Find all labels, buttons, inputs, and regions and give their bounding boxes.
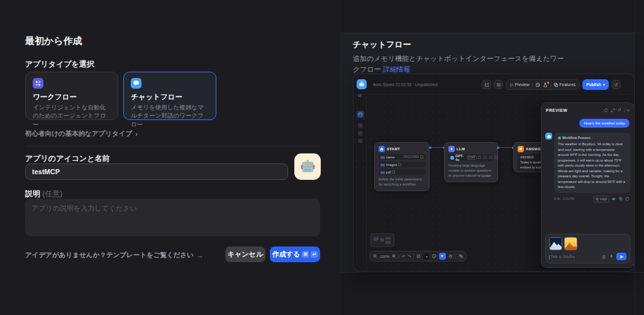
restrict-button[interactable]	[416, 254, 421, 258]
model-setting-icon	[495, 156, 498, 159]
start-node-icon	[379, 146, 385, 152]
organize-blocks-button[interactable]	[458, 254, 463, 258]
test-run-button[interactable]	[543, 82, 548, 87]
app-type-card-chatflow[interactable]: チャットフロー メモリを使用した複雑なマルチターン対話のワークフロー	[123, 72, 216, 120]
model-name: GPT-4o	[455, 154, 464, 162]
sidebar-blocks-button[interactable]	[357, 111, 364, 118]
redo-button[interactable]: ↷	[408, 254, 411, 258]
node-title: LLM	[457, 147, 465, 151]
expand-button[interactable]	[611, 108, 615, 113]
refresh-button[interactable]	[604, 108, 608, 113]
create-button[interactable]: 作成する ⌘ ↵	[270, 246, 320, 262]
divider	[25, 146, 320, 146]
required-badge: REQUIRED	[404, 155, 419, 158]
chevron-right-icon: ›	[592, 136, 593, 140]
description-label: 説明 (任意)	[25, 189, 62, 199]
logs-icon	[596, 197, 599, 201]
features-button[interactable]: Features	[553, 82, 576, 87]
preview-chat-panel: PREVIEW ↺ × How's the weather today	[541, 102, 635, 268]
emoji-button[interactable]: @	[602, 255, 606, 259]
zoom-out-button[interactable]	[373, 254, 377, 258]
start-field-name[interactable]: {x} name REQUIRED	[379, 154, 425, 160]
model-provider-icon	[450, 156, 454, 160]
zoom-level[interactable]: 100%	[380, 255, 389, 258]
canvas-toolbar: 100% ↶ ↷ +	[369, 251, 467, 262]
share-icon	[484, 82, 489, 87]
run-history-button[interactable]	[535, 82, 540, 87]
chatflow-card-description: メモリを使用した複雑なマルチターン対話のワークフロー	[131, 103, 209, 128]
chevron-down-icon: ▾	[603, 82, 605, 87]
sidebar-notes-button[interactable]	[357, 122, 364, 130]
app-description-input[interactable]	[25, 199, 320, 236]
app-type-card-workflow[interactable]: ワークフロー インテリジェントな自動化のためのエージェントフロー	[25, 72, 118, 120]
logs-button[interactable]: Logs	[593, 196, 609, 202]
sidebar-help-button[interactable]	[357, 137, 364, 145]
checklist-icon	[358, 131, 363, 136]
node-description: Define the initial parameters for launch…	[379, 177, 425, 187]
publish-button[interactable]: Publish ▾	[582, 79, 609, 90]
model-selector[interactable]: GPT-4o CHAT	[448, 154, 494, 161]
app-name-input[interactable]	[25, 163, 288, 180]
robot-icon	[358, 81, 365, 87]
cmd-key-icon: ⌘	[302, 251, 309, 258]
app-badge[interactable]	[357, 79, 367, 89]
node-description: Invoking large language models to answer…	[448, 163, 494, 179]
attached-image-thumbnail[interactable]	[564, 237, 577, 250]
pointer-tool-button[interactable]	[439, 253, 446, 260]
preview-header: PREVIEW ↺ ×	[541, 103, 634, 114]
version-history-button[interactable]: ↺	[611, 80, 621, 89]
run-toolbar-group: ▷ Preview Features	[506, 79, 580, 90]
add-note-button[interactable]	[432, 254, 436, 258]
close-button[interactable]: ×	[627, 108, 630, 113]
regenerate-icon	[625, 197, 630, 201]
app-type-cards: ワークフロー インテリジェントな自動化のためのエージェントフロー チャットフロー…	[25, 72, 216, 120]
mic-button[interactable]	[609, 255, 614, 259]
app-name-label: アプリのアイコンと名前	[25, 153, 110, 164]
preview-run-button[interactable]: ▷ Preview	[510, 82, 529, 87]
hand-tool-button[interactable]	[448, 254, 453, 258]
slash-circle-icon	[416, 254, 421, 258]
learn-more-link[interactable]: 詳細情報	[383, 65, 411, 73]
blocks-icon	[358, 112, 363, 117]
sidebar-checklist-button[interactable]	[357, 130, 364, 137]
answer-node-icon	[518, 146, 524, 152]
start-node[interactable]: START {x} name REQUIRED {x} images {x} p…	[374, 142, 430, 191]
llm-node[interactable]: LLM GPT-4o CHAT Invoking large language …	[444, 142, 498, 182]
model-setting-icon	[489, 156, 492, 159]
beginner-app-types-link[interactable]: 初心者向けの基本的なアプリタイプ ›	[25, 130, 138, 138]
reset-button[interactable]: ↺	[618, 108, 621, 113]
workflow-process-toggle[interactable]: Workflow Process ›	[558, 136, 626, 140]
cancel-button[interactable]: キャンセル	[225, 246, 265, 262]
speaker-icon	[612, 197, 616, 201]
copy-button[interactable]	[619, 197, 623, 201]
start-field-images[interactable]: {x} images	[379, 162, 425, 167]
export-button[interactable]	[482, 80, 491, 89]
add-block-button[interactable]: +	[423, 253, 430, 260]
browse-templates-link[interactable]: アイデアがありませんか？テンプレートをご覧ください →	[25, 251, 203, 260]
copy-icon	[619, 197, 623, 201]
expand-icon	[611, 108, 615, 113]
chat-input-box[interactable]: | Talk to DifyBot @	[545, 234, 630, 263]
send-button[interactable]	[616, 253, 626, 260]
create-app-modal: 最初から作成 アプリタイプを選択 ワークフロー インテリジェントな自動化のための…	[0, 0, 644, 315]
field-type-icon	[392, 170, 395, 174]
app-icon-picker[interactable]	[294, 153, 321, 180]
editor-toolbar: ▷ Preview Features	[482, 79, 621, 90]
field-type-icon	[398, 163, 401, 166]
undo-button[interactable]: ↶	[402, 254, 405, 258]
workflow-editor-preview: ⇄ Auto-Saved 21:02:35 · Unpublished ▷ Pr…	[353, 74, 635, 272]
speaker-button[interactable]	[612, 197, 616, 201]
edge-llm-answer	[498, 147, 513, 148]
chatflow-preview-description: 追加のメモリ機能とチャットボットインターフェースを備えたワークフロー 詳細情報	[353, 53, 570, 74]
zoom-in-button[interactable]	[392, 254, 396, 258]
attached-image-thumbnail[interactable]	[549, 237, 562, 250]
text-caret: |	[549, 255, 550, 259]
message-meta: 5.4s · 1:20 PM	[554, 197, 575, 201]
regenerate-button[interactable]	[625, 197, 630, 201]
minimap[interactable]	[370, 233, 394, 247]
settings-button[interactable]	[494, 80, 503, 89]
start-field-pdf[interactable]: {x} pdf	[379, 169, 425, 175]
workflow-icon	[33, 78, 43, 89]
model-setting-icon	[478, 156, 481, 159]
bot-avatar	[545, 133, 552, 140]
